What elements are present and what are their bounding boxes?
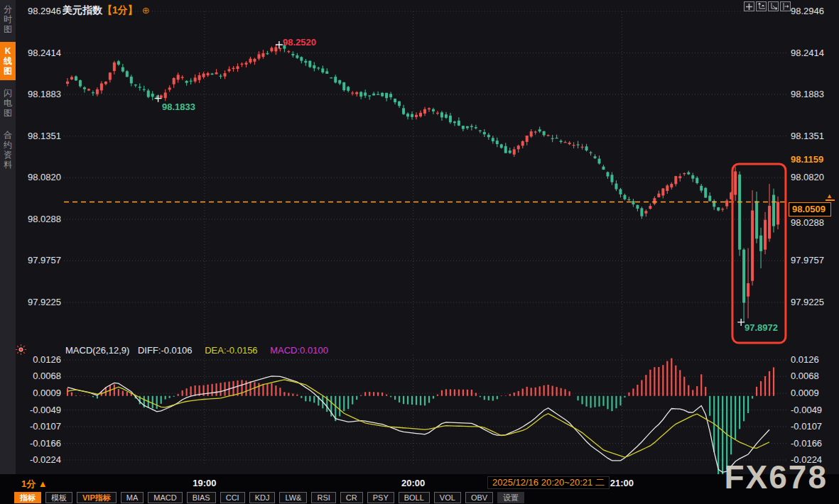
y-axis-label-left: 98.1351 — [20, 131, 61, 141]
toolbar-button-15[interactable]: OBV — [465, 492, 493, 503]
macd-axis-label-left: 0.0126 — [20, 354, 61, 365]
pane-resize-icon[interactable] — [780, 1, 791, 11]
y-axis-label-right: 98.0820 — [791, 172, 836, 182]
x-axis-row: 1分 ▲ 2025/12/16 20:20~20:21 二 19:0020:00… — [0, 474, 839, 491]
toolbar-button-8[interactable]: KDJ — [249, 492, 276, 503]
x-axis-label: 21:00 — [597, 478, 646, 488]
y-axis-label-right: 97.9757 — [791, 255, 836, 265]
toolbar-button-6[interactable]: BIAS — [187, 492, 216, 503]
sidebar: 分时图 K线图 闪电图 合约资料 — [0, 0, 16, 491]
x-axis-label: 20:00 — [389, 478, 438, 488]
y-axis-label-left: 98.1883 — [20, 89, 61, 99]
macd-axis-label-left: 0.0009 — [20, 388, 61, 398]
toolbar-button-16[interactable]: 设置 — [497, 492, 524, 503]
toolbar-button-11[interactable]: CR — [340, 492, 363, 503]
y-axis-label-right: 98.2946 — [791, 6, 836, 16]
macd-diff-line — [67, 376, 769, 472]
sidebar-item-timeline-chart[interactable]: 分时图 — [0, 0, 16, 38]
toolbar-button-5[interactable]: MACD — [148, 492, 182, 503]
toolbar-button-9[interactable]: LW& — [279, 492, 307, 503]
y-axis-label-right: 98.2414 — [791, 48, 836, 58]
high-price-annotation: 98.2520 — [283, 37, 316, 48]
macd-axis-label-right: 0.0068 — [791, 371, 836, 381]
macd-axis-label-left: -0.0224 — [20, 454, 61, 465]
macd-lines-layer — [67, 376, 769, 472]
macd-histogram-layer — [67, 358, 774, 481]
macd-axis-label-right: 0.0126 — [791, 354, 836, 365]
x-axis-label: 19:00 — [180, 478, 229, 488]
macd-axis-label-left: -0.0166 — [20, 438, 61, 449]
crosshair-icon[interactable] — [744, 1, 754, 11]
y-axis-label-right: 98.1883 — [791, 89, 836, 99]
toolbar-button-14[interactable]: VOL — [434, 492, 461, 503]
toolbar-button-13[interactable]: BOLL — [399, 492, 430, 503]
macd-axis-label-left: -0.0107 — [20, 421, 61, 432]
macd-axis-label-left: -0.0049 — [20, 405, 61, 415]
low-price-annotation: 98.1833 — [162, 102, 195, 112]
y-axis-label-right: 97.9225 — [791, 297, 836, 307]
macd-axis-label-right: 0.0009 — [791, 388, 836, 398]
y-axis-label-left: 98.2946 — [20, 6, 61, 16]
sidebar-item-contract-info[interactable]: 合约资料 — [0, 126, 16, 174]
axis-scale-left-icon[interactable] — [756, 1, 767, 11]
toolbar-button-1[interactable]: 指标 — [14, 492, 41, 503]
y-axis-label-right: 98.1351 — [791, 131, 836, 141]
interval-arrow-icon: ▲ — [38, 478, 48, 489]
trading-app-window: 分时图 K线图 闪电图 合约资料 美元指数【1分】 ⊕ 98.1159 98.0… — [0, 0, 839, 504]
macd-axis-label-right: -0.0107 — [791, 421, 836, 432]
time-range-badge: 2025/12/16 20:20~20:21 二 — [487, 476, 610, 489]
interval-indicator[interactable]: 1分 ▲ — [21, 478, 48, 491]
decoration-layer — [64, 41, 789, 343]
macd-axis-label-left: 0.0068 — [20, 371, 61, 381]
chart-canvas[interactable] — [0, 0, 839, 504]
candles-layer — [66, 42, 779, 322]
toolbar-button-12[interactable]: PSY — [367, 492, 394, 503]
macd-axis-label-right: -0.0166 — [791, 438, 836, 449]
macd-axis-label-right: -0.0049 — [791, 405, 836, 415]
macd-axis-label-right: -0.0224 — [791, 454, 836, 465]
y-axis-label-right: 98.0288 — [791, 217, 836, 228]
toolbar-button-7[interactable]: CCI — [220, 492, 245, 503]
y-axis-label-left: 97.9757 — [20, 255, 61, 265]
extreme-cross-marker — [276, 41, 283, 48]
toolbar-button-4[interactable]: MA — [121, 492, 144, 503]
toolbar-button-10[interactable]: RSI — [311, 492, 335, 503]
toolbar-button-2[interactable]: 模板 — [45, 492, 72, 503]
indicator-toolbar: 指标模板VIP指标MAMACDBIASCCIKDJLW&RSICRPSYBOLL… — [0, 491, 839, 504]
y-axis-label-left: 98.0820 — [20, 172, 61, 182]
add-indicator-icon[interactable]: ⊕ — [142, 5, 150, 16]
y-axis-label-left: 98.0288 — [20, 214, 61, 224]
y-axis-label-left: 97.9225 — [20, 297, 61, 307]
sidebar-item-kline-chart[interactable]: K线图 — [0, 42, 16, 80]
crash-low-annotation: 97.8972 — [745, 322, 778, 333]
toolbar-button-3[interactable]: VIP指标 — [77, 492, 117, 503]
sidebar-item-flash-chart[interactable]: 闪电图 — [0, 84, 16, 122]
axis-scale-right-icon[interactable] — [768, 1, 779, 11]
y-axis-label-left: 98.2414 — [20, 48, 61, 58]
chart-tool-icons — [744, 1, 791, 11]
